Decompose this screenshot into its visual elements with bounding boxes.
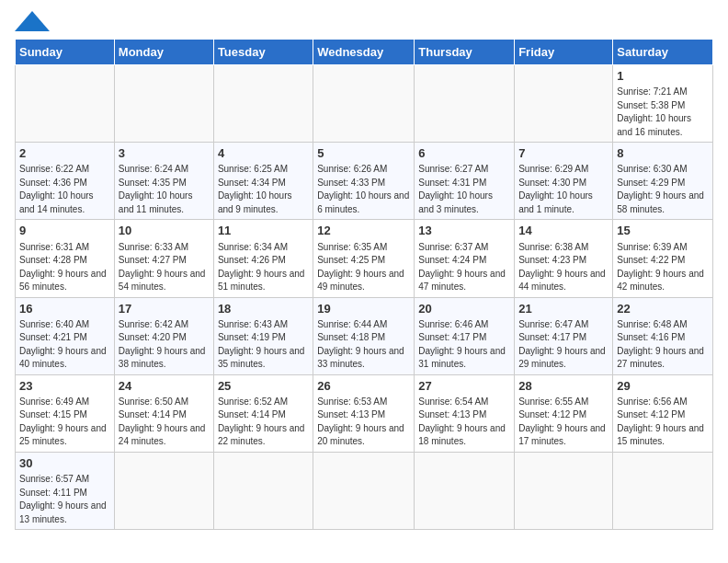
day-number: 1 xyxy=(617,68,709,85)
day-info: Sunrise: 6:47 AM Sunset: 4:17 PM Dayligh… xyxy=(518,318,609,372)
day-info: Sunrise: 6:46 AM Sunset: 4:17 PM Dayligh… xyxy=(418,318,510,372)
calendar-cell: 14Sunrise: 6:38 AM Sunset: 4:23 PM Dayli… xyxy=(515,220,613,297)
day-info: Sunrise: 6:52 AM Sunset: 4:14 PM Dayligh… xyxy=(218,396,309,449)
calendar-cell: 17Sunrise: 6:42 AM Sunset: 4:20 PM Dayli… xyxy=(114,297,213,374)
calendar-cell: 13Sunrise: 6:37 AM Sunset: 4:24 PM Dayli… xyxy=(415,220,515,297)
calendar-cell: 22Sunrise: 6:48 AM Sunset: 4:16 PM Dayli… xyxy=(613,297,713,374)
day-info: Sunrise: 6:22 AM Sunset: 4:36 PM Dayligh… xyxy=(19,163,110,216)
calendar-week-row: 23Sunrise: 6:49 AM Sunset: 4:15 PM Dayli… xyxy=(16,374,713,452)
day-number: 29 xyxy=(617,378,709,395)
calendar-cell: 4Sunrise: 6:25 AM Sunset: 4:34 PM Daylig… xyxy=(213,143,313,220)
day-number: 8 xyxy=(617,145,709,162)
calendar-cell: 26Sunrise: 6:53 AM Sunset: 4:13 PM Dayli… xyxy=(313,374,415,452)
day-number: 16 xyxy=(19,301,110,317)
svg-marker-0 xyxy=(15,11,50,31)
calendar-cell xyxy=(613,452,713,529)
weekday-header-wednesday: Wednesday xyxy=(313,40,415,65)
day-number: 10 xyxy=(119,223,210,239)
calendar-cell: 2Sunrise: 6:22 AM Sunset: 4:36 PM Daylig… xyxy=(16,143,115,220)
calendar-table: SundayMondayTuesdayWednesdayThursdayFrid… xyxy=(15,39,713,530)
day-info: Sunrise: 7:21 AM Sunset: 5:38 PM Dayligh… xyxy=(617,86,709,139)
day-info: Sunrise: 6:53 AM Sunset: 4:13 PM Dayligh… xyxy=(317,396,410,449)
day-number: 12 xyxy=(317,223,410,239)
day-number: 30 xyxy=(19,455,110,472)
day-info: Sunrise: 6:42 AM Sunset: 4:20 PM Dayligh… xyxy=(119,318,210,372)
calendar-cell: 12Sunrise: 6:35 AM Sunset: 4:25 PM Dayli… xyxy=(313,220,415,297)
day-info: Sunrise: 6:27 AM Sunset: 4:31 PM Dayligh… xyxy=(418,163,510,216)
calendar-cell: 11Sunrise: 6:34 AM Sunset: 4:26 PM Dayli… xyxy=(213,220,313,297)
calendar-cell: 25Sunrise: 6:52 AM Sunset: 4:14 PM Dayli… xyxy=(213,374,313,452)
calendar-page: SundayMondayTuesdayWednesdayThursdayFrid… xyxy=(0,0,728,537)
calendar-cell: 19Sunrise: 6:44 AM Sunset: 4:18 PM Dayli… xyxy=(313,297,415,374)
day-number: 2 xyxy=(19,145,110,162)
day-info: Sunrise: 6:26 AM Sunset: 4:33 PM Dayligh… xyxy=(317,163,410,216)
weekday-header-tuesday: Tuesday xyxy=(213,40,313,65)
day-number: 4 xyxy=(218,145,309,162)
calendar-cell: 3Sunrise: 6:24 AM Sunset: 4:35 PM Daylig… xyxy=(114,143,213,220)
day-number: 24 xyxy=(119,378,210,395)
weekday-header-sunday: Sunday xyxy=(16,40,115,65)
day-info: Sunrise: 6:29 AM Sunset: 4:30 PM Dayligh… xyxy=(518,163,609,216)
weekday-header-monday: Monday xyxy=(114,40,213,65)
day-info: Sunrise: 6:54 AM Sunset: 4:13 PM Dayligh… xyxy=(418,396,510,449)
day-info: Sunrise: 6:33 AM Sunset: 4:27 PM Dayligh… xyxy=(119,241,210,294)
day-number: 13 xyxy=(418,223,510,239)
day-info: Sunrise: 6:56 AM Sunset: 4:12 PM Dayligh… xyxy=(617,396,709,449)
day-info: Sunrise: 6:30 AM Sunset: 4:29 PM Dayligh… xyxy=(617,163,709,216)
day-number: 25 xyxy=(218,378,309,395)
day-number: 22 xyxy=(617,301,709,317)
calendar-cell: 18Sunrise: 6:43 AM Sunset: 4:19 PM Dayli… xyxy=(213,297,313,374)
calendar-cell: 20Sunrise: 6:46 AM Sunset: 4:17 PM Dayli… xyxy=(415,297,515,374)
calendar-cell xyxy=(415,65,515,143)
calendar-cell: 21Sunrise: 6:47 AM Sunset: 4:17 PM Dayli… xyxy=(515,297,613,374)
day-number: 11 xyxy=(218,223,309,239)
day-number: 9 xyxy=(19,223,110,239)
day-number: 20 xyxy=(418,301,510,317)
calendar-cell xyxy=(114,452,213,529)
day-number: 7 xyxy=(518,145,609,162)
calendar-cell: 9Sunrise: 6:31 AM Sunset: 4:28 PM Daylig… xyxy=(16,220,115,297)
logo-area xyxy=(15,15,50,31)
day-info: Sunrise: 6:49 AM Sunset: 4:15 PM Dayligh… xyxy=(19,396,110,449)
day-number: 28 xyxy=(518,378,609,395)
day-info: Sunrise: 6:43 AM Sunset: 4:19 PM Dayligh… xyxy=(218,318,309,372)
day-number: 27 xyxy=(418,378,510,395)
calendar-cell xyxy=(114,65,213,143)
calendar-cell: 6Sunrise: 6:27 AM Sunset: 4:31 PM Daylig… xyxy=(415,143,515,220)
calendar-week-row: 30Sunrise: 6:57 AM Sunset: 4:11 PM Dayli… xyxy=(16,452,713,529)
calendar-cell xyxy=(515,452,613,529)
calendar-cell: 8Sunrise: 6:30 AM Sunset: 4:29 PM Daylig… xyxy=(613,143,713,220)
day-number: 14 xyxy=(518,223,609,239)
day-info: Sunrise: 6:24 AM Sunset: 4:35 PM Dayligh… xyxy=(119,163,210,216)
calendar-cell: 5Sunrise: 6:26 AM Sunset: 4:33 PM Daylig… xyxy=(313,143,415,220)
day-number: 21 xyxy=(518,301,609,317)
day-info: Sunrise: 6:39 AM Sunset: 4:22 PM Dayligh… xyxy=(617,241,709,294)
calendar-cell: 24Sunrise: 6:50 AM Sunset: 4:14 PM Dayli… xyxy=(114,374,213,452)
calendar-cell xyxy=(515,65,613,143)
day-info: Sunrise: 6:50 AM Sunset: 4:14 PM Dayligh… xyxy=(119,396,210,449)
day-number: 6 xyxy=(418,145,510,162)
day-number: 15 xyxy=(617,223,709,239)
calendar-cell xyxy=(313,452,415,529)
day-info: Sunrise: 6:35 AM Sunset: 4:25 PM Dayligh… xyxy=(317,241,410,294)
calendar-cell: 27Sunrise: 6:54 AM Sunset: 4:13 PM Dayli… xyxy=(415,374,515,452)
day-info: Sunrise: 6:57 AM Sunset: 4:11 PM Dayligh… xyxy=(19,473,110,526)
day-info: Sunrise: 6:38 AM Sunset: 4:23 PM Dayligh… xyxy=(518,241,609,294)
calendar-cell xyxy=(16,65,115,143)
day-info: Sunrise: 6:48 AM Sunset: 4:16 PM Dayligh… xyxy=(617,318,709,372)
calendar-cell: 28Sunrise: 6:55 AM Sunset: 4:12 PM Dayli… xyxy=(515,374,613,452)
calendar-cell xyxy=(415,452,515,529)
calendar-cell xyxy=(313,65,415,143)
day-number: 18 xyxy=(218,301,309,317)
day-number: 17 xyxy=(119,301,210,317)
calendar-cell: 29Sunrise: 6:56 AM Sunset: 4:12 PM Dayli… xyxy=(613,374,713,452)
day-number: 23 xyxy=(19,378,110,395)
calendar-cell xyxy=(213,65,313,143)
day-info: Sunrise: 6:25 AM Sunset: 4:34 PM Dayligh… xyxy=(218,163,309,216)
day-info: Sunrise: 6:40 AM Sunset: 4:21 PM Dayligh… xyxy=(19,318,110,372)
calendar-cell: 15Sunrise: 6:39 AM Sunset: 4:22 PM Dayli… xyxy=(613,220,713,297)
day-number: 5 xyxy=(317,145,410,162)
day-info: Sunrise: 6:55 AM Sunset: 4:12 PM Dayligh… xyxy=(518,396,609,449)
weekday-header-saturday: Saturday xyxy=(613,40,713,65)
calendar-cell: 7Sunrise: 6:29 AM Sunset: 4:30 PM Daylig… xyxy=(515,143,613,220)
